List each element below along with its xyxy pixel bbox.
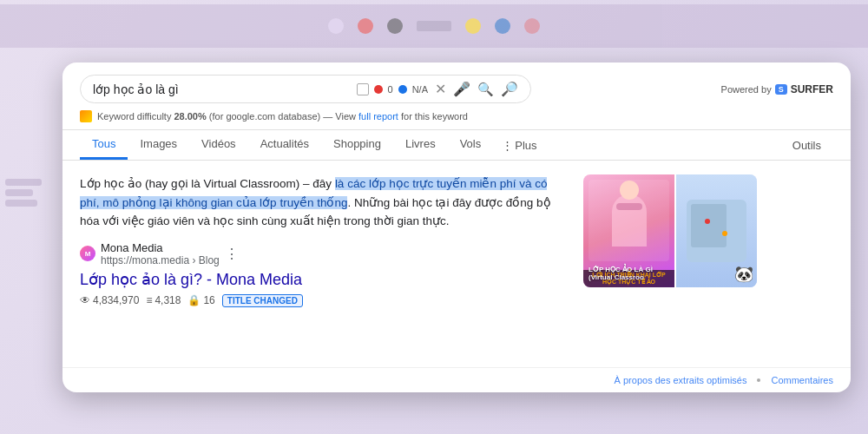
na-label: N/A: [412, 84, 428, 95]
keyword-difficulty-bar: Keyword difficulty 28.00% (for google.co…: [80, 110, 833, 122]
links-icon: ≡: [146, 294, 152, 306]
tab-vols[interactable]: Vols: [448, 130, 494, 160]
tab-tous[interactable]: Tous: [80, 130, 128, 160]
search-submit-icon[interactable]: 🔎: [501, 81, 518, 97]
search-input-box[interactable]: lớp học ảo là gì 0 N/A ✕ 🎤 🔍 🔎: [80, 75, 531, 103]
search-bar-area: lớp học ảo là gì 0 N/A ✕ 🎤 🔍 🔎 Powered b…: [62, 62, 851, 130]
thumb-left-label: LỚP HỌC ẢO LÀ GÌ (Virtual Classroo: [589, 266, 669, 282]
source-url: https://mona.media › Blog: [101, 254, 220, 266]
source-info: Mona Media https://mona.media › Blog: [101, 241, 220, 266]
surfer-badge: Powered by S SURFER: [721, 83, 833, 95]
refs-count: 16: [203, 294, 214, 306]
search-result-card: lớp học ảo là gì 0 N/A ✕ 🎤 🔍 🔎 Powered b…: [62, 62, 851, 392]
links-stat: ≡ 4,318: [146, 294, 181, 306]
kd-icon: [80, 110, 92, 122]
surfer-logo: S: [775, 84, 787, 95]
bg-circle-2: [358, 18, 373, 34]
panda-figure: 🐼: [734, 265, 753, 284]
tab-outils[interactable]: Outils: [780, 132, 833, 159]
clear-button[interactable]: ✕: [435, 81, 446, 97]
card-footer: À propos des extraits optimisés Commenta…: [62, 367, 851, 392]
result-title-link[interactable]: Lớp học ảo là gì? - Mona Media: [80, 270, 566, 289]
comments-label[interactable]: Commentaires: [771, 375, 833, 385]
eye-icon: 👁: [80, 294, 90, 306]
search-meta: 0 N/A: [357, 83, 428, 95]
thumb-left: LỚP HỌC ẢO LÀ GÌ (Virtual Classroo LỢI Í…: [583, 174, 674, 287]
highlighted-text: là các lớp học trực tuyến miễn phí và có…: [80, 177, 547, 209]
bg-circle-6: [524, 18, 540, 34]
nav-tabs: Tous Images Vidéos Actualités Shopping L…: [62, 130, 851, 161]
search-row: lớp học ảo là gì 0 N/A ✕ 🎤 🔍 🔎 Powered b…: [80, 75, 833, 103]
tab-livres[interactable]: Livres: [393, 130, 448, 160]
tab-more[interactable]: ⋮ Plus: [493, 132, 545, 159]
search-query-text: lớp học ảo là gì: [93, 82, 350, 96]
views-stat: 👁 4,834,970: [80, 294, 139, 306]
tab-images[interactable]: Images: [128, 130, 189, 160]
map-pin-2: [722, 231, 727, 236]
bg-person-left: [0, 104, 56, 434]
blue-dot: [398, 85, 407, 94]
footer-dot: [757, 378, 760, 382]
result-snippet: Lớp học ảo (hay gọi là Virtual Classroom…: [80, 174, 566, 231]
result-right: LỚP HỌC ẢO LÀ GÌ (Virtual Classroo LỢI Í…: [583, 174, 757, 353]
powered-by-label: Powered by: [721, 84, 772, 95]
bg-circle-5: [495, 18, 510, 34]
bg-circle-3: [387, 18, 403, 34]
result-more-icon[interactable]: ⋮: [225, 246, 239, 262]
tab-videos[interactable]: Vidéos: [189, 130, 248, 160]
google-lens-icon[interactable]: 🔍: [477, 82, 494, 97]
refs-icon: 🔒: [187, 294, 201, 306]
count-zero: 0: [388, 84, 393, 95]
mic-icon[interactable]: 🎤: [453, 81, 470, 97]
red-dot: [374, 85, 383, 94]
source-name: Mona Media: [101, 241, 220, 254]
bg-circle-1: [328, 18, 344, 34]
checkbox-icon: [357, 83, 369, 95]
tab-actualites[interactable]: Actualités: [248, 130, 321, 160]
kd-text: Keyword difficulty 28.00% (for google.co…: [97, 111, 468, 122]
content-area: ➜ Lớp học ảo (hay gọi là Virtual Classro…: [62, 161, 851, 367]
map-area: [687, 200, 747, 262]
result-left: ➜ Lớp học ảo (hay gọi là Virtual Classro…: [80, 174, 566, 353]
refs-stat: 🔒 16: [187, 294, 214, 306]
favicon: M: [80, 246, 95, 261]
tab-shopping[interactable]: Shopping: [321, 130, 393, 160]
full-report-link[interactable]: full report: [358, 111, 398, 122]
surfer-label: SURFER: [791, 83, 833, 95]
thumbnail-container: LỚP HỌC ẢO LÀ GÌ (Virtual Classroo LỢI Í…: [583, 174, 757, 287]
title-changed-badge: TITLE CHANGED: [222, 294, 303, 307]
result-stats: 👁 4,834,970 ≡ 4,318 🔒 16 TITLE CHANGED: [80, 294, 566, 307]
browser-top-bar: [0, 4, 868, 48]
thumb-right: 🐼: [676, 174, 757, 287]
views-count: 4,834,970: [93, 294, 139, 306]
links-count: 4,318: [155, 294, 181, 306]
map-pin-1: [705, 219, 710, 224]
optimised-label[interactable]: À propos des extraits optimisés: [615, 375, 747, 385]
bg-tab-label: [417, 21, 451, 31]
result-source: M Mona Media https://mona.media › Blog ⋮: [80, 241, 566, 266]
bg-circle-4: [465, 18, 481, 34]
